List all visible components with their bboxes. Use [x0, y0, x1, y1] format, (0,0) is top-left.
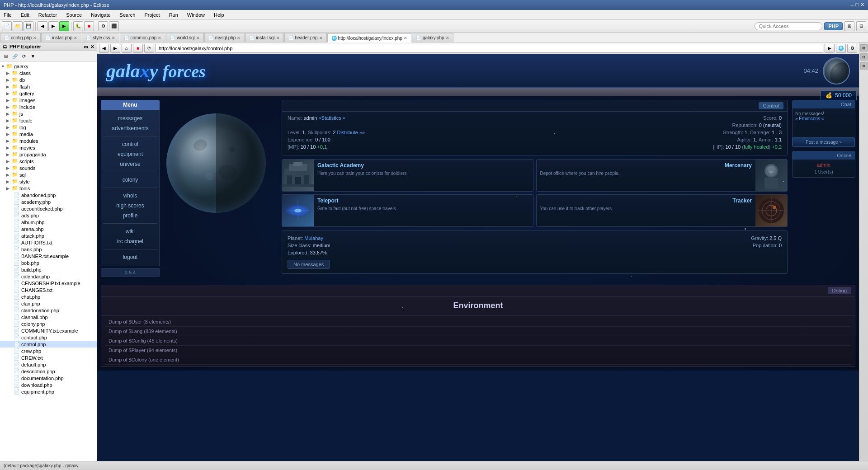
post-message-btn[interactable]: Post a message » [793, 137, 855, 147]
browser-forward-btn[interactable]: ▶ [110, 44, 120, 53]
tree-folder-scripts[interactable]: ▶ 📁 scripts [0, 158, 97, 164]
tree-file-clanhall[interactable]: 📄 clanhall.php [0, 314, 97, 320]
link-editor-btn[interactable]: 🔗 [11, 52, 19, 61]
browser-home-btn[interactable]: ⌂ [122, 44, 132, 53]
tab-install-sql[interactable]: 📄 install.sql ✕ [245, 33, 283, 42]
menu-help[interactable]: Help [212, 11, 226, 19]
tree-file-academy[interactable]: 📄 academy.php [0, 198, 97, 205]
back-btn[interactable]: ◀ [38, 21, 47, 31]
tree-folder-db[interactable]: ▶ 📁 db [0, 76, 97, 83]
stop-btn[interactable]: ■ [84, 21, 94, 31]
distribute-link[interactable]: Distribute »» [337, 130, 365, 135]
menu-project[interactable]: Project [142, 11, 161, 19]
menu-wiki[interactable]: wiki [103, 226, 157, 236]
debug-row-colony[interactable]: Dump of $Colony (one element) [105, 355, 851, 365]
tree-file-changes[interactable]: 📄 CHANGES.txt [0, 287, 97, 293]
minimize-panel-btn[interactable]: ▭ [84, 44, 88, 49]
tab-install-sql-close[interactable]: ✕ [276, 36, 280, 40]
tree-file-bank[interactable]: 📄 bank.php [0, 246, 97, 253]
run-btn[interactable]: ▶ [59, 21, 69, 31]
module-card-teleport[interactable]: Teleport Gate to fast (but not free) spa… [282, 194, 533, 227]
tree-file-crewtxt[interactable]: 📄 CREW.txt [0, 354, 97, 361]
tree-file-ads[interactable]: 📄 ads.php [0, 212, 97, 219]
browser-settings-btn[interactable]: ⚙ [847, 44, 857, 53]
tab-index-php[interactable]: 🌐 http://localhost/galaxy/index.php ✕ [327, 33, 411, 42]
module-card-tracker[interactable]: Tracker You can use it to track other pl… [536, 194, 788, 227]
menu-colony[interactable]: colony [103, 175, 157, 185]
tree-folder-tools[interactable]: ▶ 📁 tools [0, 185, 97, 192]
tree-file-download[interactable]: 📄 download.php [0, 381, 97, 388]
menu-window[interactable]: Window [185, 11, 207, 19]
menu-advertisements[interactable]: advertisements [103, 123, 157, 133]
tree-folder-images[interactable]: ▶ 📁 images [0, 97, 97, 103]
close-panel-btn[interactable]: ✕ [90, 44, 94, 49]
maximize-btn[interactable]: □ [855, 2, 859, 8]
tree-file-crew[interactable]: 📄 crew.php [0, 348, 97, 354]
tree-folder-js[interactable]: ▶ 📁 js [0, 110, 97, 117]
tab-header-close[interactable]: ✕ [319, 36, 323, 40]
menu-search[interactable]: Search [118, 11, 137, 19]
debug-row-lang[interactable]: Dump of $Lang (839 elements) [105, 327, 851, 336]
view-btn[interactable]: ⊟ [856, 21, 866, 31]
right-bar-btn-1[interactable]: ⊞ [860, 44, 868, 52]
tree-folder-media[interactable]: ▶ 📁 media [0, 131, 97, 137]
tree-file-arena[interactable]: 📄 arena.php [0, 226, 97, 232]
tab-world-sql[interactable]: 📄 world.sql ✕ [166, 33, 203, 42]
menu-file[interactable]: File [2, 11, 14, 19]
tree-file-censorship[interactable]: 📄 CENSORSHIP.txt.example [0, 280, 97, 287]
tree-root-galaxy[interactable]: ▼ 📁 galaxy [0, 63, 97, 70]
tree-file-attack[interactable]: 📄 attack.php [0, 232, 97, 239]
tree-folder-movies[interactable]: ▶ 📁 movies [0, 144, 97, 151]
tab-install-php[interactable]: 📄 install.php ✕ [41, 33, 81, 42]
tree-folder-modules[interactable]: ▶ 📁 modules [0, 137, 97, 144]
tab-header-php[interactable]: 📄 header.php ✕ [284, 33, 327, 42]
php-perspective-btn[interactable]: PHP [824, 22, 843, 30]
tab-config-close[interactable]: ✕ [33, 36, 37, 40]
tree-folder-propaganda[interactable]: ▶ 📁 propaganda [0, 151, 97, 158]
no-messages-btn[interactable]: No messages [288, 260, 330, 269]
tree-file-album[interactable]: 📄 album.php [0, 219, 97, 226]
menu-profile[interactable]: profile [103, 211, 157, 221]
planet-name-link[interactable]: Mulahay [304, 235, 323, 241]
tree-file-banner[interactable]: 📄 BANNER.txt.example [0, 253, 97, 259]
tree-folder-locale[interactable]: ▶ 📁 locale [0, 117, 97, 124]
browser-back-btn[interactable]: ◀ [99, 44, 109, 53]
tree-folder-sounds[interactable]: ▶ 📁 sounds [0, 164, 97, 171]
tab-mysql-close[interactable]: ✕ [237, 36, 241, 40]
menu-navigate[interactable]: Navigate [89, 11, 112, 19]
tab-config-php[interactable]: 📄 config.php ✕ [0, 33, 41, 42]
tree-file-contact[interactable]: 📄 contact.php [0, 334, 97, 341]
tree-folder-include[interactable]: ▶ 📁 include [0, 103, 97, 110]
tree-file-default[interactable]: 📄 default.php [0, 361, 97, 368]
browser-refresh-btn[interactable]: ⟳ [144, 44, 154, 53]
tab-galaxy-close[interactable]: ✕ [446, 36, 449, 40]
tree-file-clan[interactable]: 📄 clan.php [0, 300, 97, 307]
tree-file-description[interactable]: 📄 description.php [0, 368, 97, 375]
tree-folder-class[interactable]: ▶ 📁 class [0, 70, 97, 76]
tab-style-close[interactable]: ✕ [112, 36, 115, 40]
tree-folder-log[interactable]: ▶ 📁 log [0, 124, 97, 131]
tree-file-community[interactable]: 📄 COMMUNITY.txt.example [0, 327, 97, 334]
close-btn[interactable]: ✕ [860, 2, 864, 8]
menu-messages[interactable]: messages [103, 113, 157, 123]
debug-btn[interactable]: 🐛 [73, 21, 83, 31]
tree-folder-gallery[interactable]: ▶ 📁 gallery [0, 90, 97, 97]
save-btn[interactable]: 💾 [24, 21, 33, 31]
tab-world-close[interactable]: ✕ [196, 36, 200, 40]
tree-folder-sql[interactable]: ▶ 📁 sql [0, 171, 97, 178]
menu-high-scores[interactable]: high scores [103, 201, 157, 211]
right-bar-btn-3[interactable]: ⚙ [860, 62, 868, 70]
tree-file-accountlocked[interactable]: 📄 accountlocked.php [0, 205, 97, 212]
menu-logout[interactable]: logout [103, 252, 157, 262]
tree-file-build[interactable]: 📄 build.php [0, 266, 97, 273]
open-btn[interactable]: 📁 [13, 21, 23, 31]
tree-folder-flash[interactable]: ▶ 📁 flash [0, 83, 97, 90]
quick-access-input[interactable] [755, 22, 822, 30]
tab-common-php[interactable]: 📄 common.php ✕ [120, 33, 166, 42]
menu-edit[interactable]: Edit [19, 11, 31, 19]
browser-stop-btn[interactable]: ■ [133, 44, 143, 53]
menu-universe[interactable]: universe [103, 159, 157, 169]
minimize-btn[interactable]: – [851, 2, 854, 8]
tree-file-abandoned[interactable]: 📄 abandoned.php [0, 192, 97, 198]
debug-row-player[interactable]: Dump of $Player (94 elements) [105, 346, 851, 355]
